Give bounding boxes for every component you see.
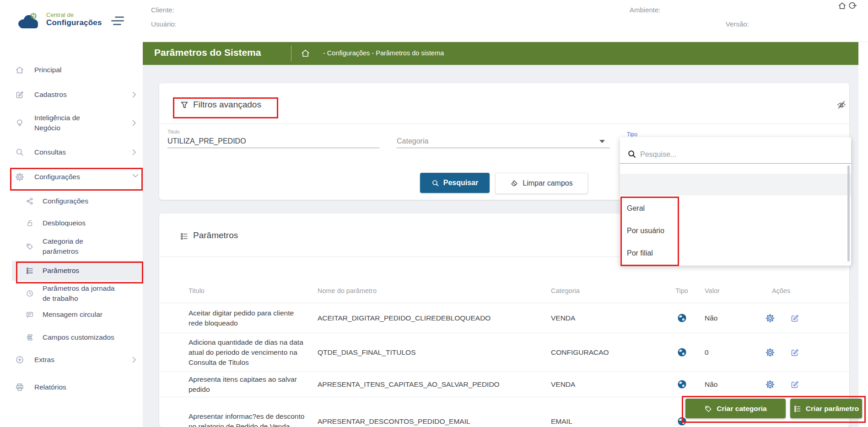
create-parameter-button[interactable]: Criar parâmetro [790,399,862,418]
user-label: Usuário: [151,20,177,28]
col-header-valor: Valor [705,287,756,294]
dropdown-arrow-icon[interactable] [599,140,605,143]
dropdown-search-underline [620,163,851,164]
page-header-bar: Parâmetros do Sistema - Configurações - … [143,42,858,65]
cell-categoria: VENDA [551,380,659,389]
sidebar-subitem-configuracoes[interactable]: Configurações [0,191,143,211]
header-divider [291,46,291,61]
printer-icon [15,383,24,392]
table-title: Parâmetros [193,230,238,240]
edit-icon[interactable] [790,314,799,323]
filters-divider [159,123,849,124]
logo-text-top: Central de [46,11,74,18]
globe-icon [677,313,687,323]
tipo-dropdown-panel: Pesquise... Geral Por usuário Por filial [620,137,851,266]
clear-fields-button-label: Limpar campos [523,179,572,187]
col-header-titulo: Titulo [189,287,308,294]
dropdown-option-por-usuario[interactable]: Por usuário [627,227,664,235]
app-window: ⚙ Central de Configurações Cliente: Usuá… [0,0,868,427]
cell-titulo: Apresentar informac?es de desconto no re… [189,411,308,427]
dropdown-search-input[interactable]: Pesquise... [640,150,676,159]
sidebar-item-label: Cadastros [34,90,98,100]
tag-icon [26,242,34,251]
sidebar-item-cadastros[interactable]: Cadastros [0,85,143,105]
edit-icon [15,90,24,99]
gear-icon[interactable] [766,380,775,389]
share-icon [26,197,34,205]
breadcrumb-home-icon[interactable] [301,48,310,58]
table-row: Apresenta itens capitaes ao salvar pedid… [159,372,849,397]
sidebar-item-label: Mensagem circular [43,310,120,320]
sidebar-item-consultas[interactable]: Consultas [0,142,143,162]
sidebar-item-label: Campos customizados [43,332,120,342]
clock-icon [26,289,34,298]
home-icon [15,65,24,75]
page-title: Parâmetros do Sistema [154,47,261,58]
sidebar-item-inteligencia-de-negocio[interactable]: Inteligência de Negócio [0,112,143,133]
sidebar-item-label: Categoria de parâmetros [43,236,120,256]
cell-categoria: EMAIL [551,417,659,426]
sidebar-item-relatorios[interactable]: Relatórios [0,377,143,397]
sidebar-item-principal[interactable]: Principal [0,60,143,80]
cell-titulo: Adiciona quantidade de dias na data atua… [189,337,308,368]
version-label: Versão: [726,20,749,28]
search-button[interactable]: Pesquisar [420,173,490,193]
dropdown-option-geral[interactable]: Geral [627,204,645,213]
filter-funnel-icon [180,101,189,110]
cell-categoria: CONFIGURACAO [551,348,659,357]
unlock-icon [26,219,34,227]
sidebar-item-label: Parâmetros da jornada de trabalho [43,283,120,304]
col-header-acoes: Ações [766,287,849,294]
sidebar-subitem-campos-customizados[interactable]: Campos customizados [0,327,143,347]
create-category-button[interactable]: Criar categoria [685,399,786,418]
tipo-select-label: Tipo [627,131,637,138]
sidebar-subitem-parametros-jornada[interactable]: Parâmetros da jornada de trabalho [0,283,143,304]
sidebar-item-label: Extras [34,355,98,365]
gear-icon[interactable] [766,314,775,323]
table-row: Adiciona quantidade de dias na data atua… [159,333,849,372]
chevron-right-icon [132,149,136,155]
edit-icon[interactable] [790,348,799,357]
svg-text:⚙: ⚙ [29,11,37,21]
logout-icon[interactable] [848,1,857,10]
eye-off-icon[interactable] [836,100,846,110]
dropdown-option-por-filial[interactable]: Por filial [627,249,653,257]
gear-icon[interactable] [766,348,775,357]
app-logo-icon: ⚙ [15,10,43,31]
sidebar-item-extras[interactable]: Extras [0,350,143,370]
sidebar-subitem-categoria-de-parametros[interactable]: Categoria de parâmetros [0,235,143,257]
chevron-right-icon [132,91,136,98]
table-row: Aceitar digitar pedido para cliente rede… [159,303,849,333]
cell-titulo: Apresenta itens capitaes ao salvar pedid… [189,374,308,395]
sidebar-item-label: Configurações [34,172,98,182]
sidebar-item-label: Desbloqueios [43,218,120,228]
edit-icon[interactable] [790,380,799,389]
sidebar-subitem-desbloqueios[interactable]: Desbloqueios [0,213,143,233]
logo-text-bottom: Configurações [46,18,102,27]
gear-icon [15,172,24,181]
sidebar-subitem-parametros[interactable]: Parâmetros [0,261,143,281]
titulo-field-label: Titulo [167,129,180,134]
titulo-underline [167,148,379,148]
sidebar-item-label: Relatórios [34,382,98,392]
sidebar-item-label: Configurações [43,196,120,206]
client-label: Cliente: [151,6,174,14]
clear-fields-button[interactable]: Limpar campos [495,173,588,194]
sidebar-item-label: Principal [34,65,98,75]
chevron-right-icon [132,357,136,363]
search-button-label: Pesquisar [443,179,478,187]
categoria-select[interactable]: Categoria [397,137,428,145]
cell-valor: Não [705,380,756,389]
cell-titulo: Aceitar digitar pedido para cliente rede… [189,308,308,328]
cell-valor: Não [705,314,756,322]
cell-valor: 0 [705,348,756,357]
dropdown-option-empty[interactable] [620,174,851,195]
titulo-input[interactable]: UTILIZA_PRE_PEDIDO [167,137,246,145]
dropdown-scrollbar[interactable] [847,165,850,262]
sidebar-subitem-mensagem-circular[interactable]: Mensagem circular [0,304,143,325]
cell-nome: APRESENTAR_DESCONTOS_PEDIDO_EMAIL [318,417,542,426]
cell-nome: ACEITAR_DIGITAR_PEDIDO_CLIREDEBLOQUEADO [318,314,542,322]
home-icon[interactable] [838,1,846,10]
sidebar-nav: Principal Cadastros Inteligência de Negó… [0,42,143,427]
sidebar-item-configuracoes[interactable]: Configurações [0,167,143,187]
